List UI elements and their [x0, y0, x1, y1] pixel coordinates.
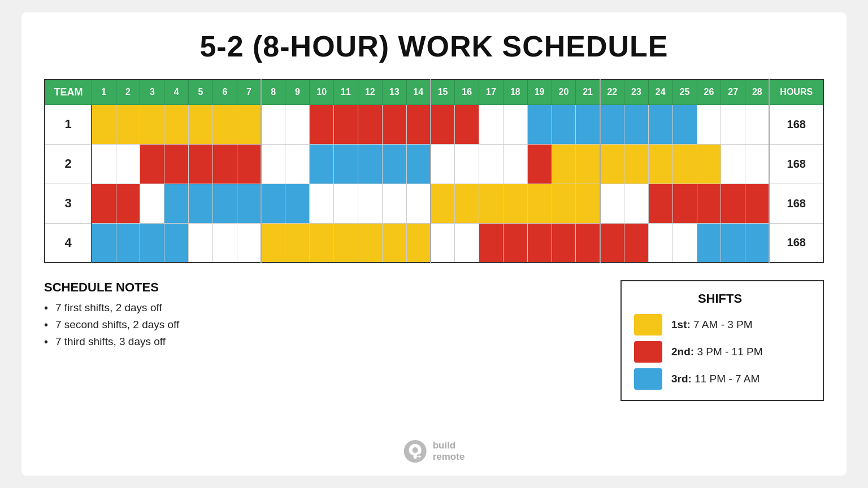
day-cell-row2-day4 [164, 144, 189, 184]
hours-cell-4: 168 [769, 223, 823, 263]
day-cell-row1-day9 [285, 104, 310, 144]
day-header-28: 28 [745, 80, 770, 104]
day-cell-row4-day15 [431, 223, 455, 263]
day-cell-row1-day8 [261, 104, 285, 144]
legend-title: SHIFTS [634, 291, 806, 306]
svg-rect-2 [414, 454, 417, 459]
day-cell-row1-day2 [116, 104, 140, 144]
day-cell-row2-day15 [431, 144, 455, 184]
day-cell-row3-day14 [406, 184, 431, 223]
day-cell-row2-day11 [334, 144, 358, 184]
day-header-15: 15 [431, 80, 455, 104]
day-cell-row4-day12 [358, 223, 382, 263]
day-cell-row4-day14 [406, 223, 431, 263]
table-row: 1168 [45, 104, 823, 144]
legend-item-0: 1st: 7 AM - 3 PM [634, 314, 806, 336]
day-cell-row1-day11 [334, 104, 358, 144]
day-cell-row4-day13 [382, 223, 406, 263]
day-cell-row4-day20 [552, 223, 576, 263]
legend-box: SHIFTS 1st: 7 AM - 3 PM2nd: 3 PM - 11 PM… [620, 280, 824, 401]
day-cell-row3-day18 [503, 184, 527, 223]
day-cell-row2-day9 [285, 144, 310, 184]
hours-cell-2: 168 [769, 144, 823, 184]
legend-swatch-1 [634, 341, 662, 363]
day-cell-row1-day4 [164, 104, 189, 144]
day-cell-row3-day1 [92, 184, 116, 223]
day-header-2: 2 [116, 80, 140, 104]
day-cell-row3-day11 [334, 184, 358, 223]
team-column-header: TEAM [45, 80, 92, 104]
day-cell-row3-day22 [600, 184, 624, 223]
day-cell-row3-day9 [285, 184, 310, 223]
day-cell-row2-day24 [648, 144, 672, 184]
build-remote-icon [403, 439, 427, 463]
day-cell-row2-day1 [92, 144, 116, 184]
day-cell-row2-day21 [576, 144, 600, 184]
legend-item-1: 2nd: 3 PM - 11 PM [634, 341, 806, 363]
team-cell-4: 4 [45, 223, 92, 263]
legend-swatch-2 [634, 368, 662, 390]
day-cell-row1-day21 [576, 104, 600, 144]
hours-cell-3: 168 [769, 184, 823, 223]
day-header-27: 27 [721, 80, 745, 104]
day-header-16: 16 [455, 80, 479, 104]
day-cell-row3-day6 [212, 184, 237, 223]
team-cell-1: 1 [45, 104, 92, 144]
day-cell-row3-day5 [189, 184, 213, 223]
day-cell-row2-day18 [503, 144, 527, 184]
day-cell-row4-day9 [285, 223, 310, 263]
day-cell-row4-day8 [261, 223, 285, 263]
day-header-19: 19 [527, 80, 552, 104]
day-cell-row4-day26 [697, 223, 721, 263]
day-cell-row2-day27 [721, 144, 745, 184]
day-header-8: 8 [261, 80, 285, 104]
day-header-6: 6 [212, 80, 237, 104]
page-title: 5-2 (8-HOUR) WORK SCHEDULE [199, 29, 668, 63]
day-cell-row1-day7 [237, 104, 261, 144]
legend-item-2: 3rd: 11 PM - 7 AM [634, 368, 806, 390]
day-cell-row2-day28 [745, 144, 770, 184]
day-cell-row3-day10 [310, 184, 334, 223]
day-cell-row4-day5 [189, 223, 213, 263]
logo-text: build remote [433, 440, 465, 463]
day-header-20: 20 [552, 80, 576, 104]
day-cell-row3-day7 [237, 184, 261, 223]
day-cell-row3-day12 [358, 184, 382, 223]
day-cell-row3-day24 [648, 184, 672, 223]
day-cell-row2-day6 [212, 144, 237, 184]
day-cell-row1-day14 [406, 104, 431, 144]
day-cell-row1-day16 [455, 104, 479, 144]
day-header-10: 10 [310, 80, 334, 104]
day-cell-row2-day25 [672, 144, 697, 184]
day-cell-row1-day19 [527, 104, 552, 144]
day-cell-row1-day20 [552, 104, 576, 144]
day-cell-row1-day18 [503, 104, 527, 144]
notes-title: SCHEDULE NOTES [44, 280, 620, 295]
day-cell-row4-day18 [503, 223, 527, 263]
day-cell-row1-day17 [479, 104, 504, 144]
day-cell-row1-day25 [672, 104, 697, 144]
logo-area: build remote [403, 439, 465, 463]
day-header-11: 11 [334, 80, 358, 104]
day-cell-row2-day10 [310, 144, 334, 184]
notes-list: 7 first shifts, 2 days off7 second shift… [44, 302, 620, 348]
day-header-13: 13 [382, 80, 406, 104]
day-header-5: 5 [189, 80, 213, 104]
day-cell-row3-day8 [261, 184, 285, 223]
day-cell-row4-day28 [745, 223, 770, 263]
day-cell-row3-day13 [382, 184, 406, 223]
day-cell-row1-day13 [382, 104, 406, 144]
day-header-7: 7 [237, 80, 261, 104]
day-header-17: 17 [479, 80, 504, 104]
day-cell-row2-day22 [600, 144, 624, 184]
hours-cell-1: 168 [769, 104, 823, 144]
day-cell-row1-day15 [431, 104, 455, 144]
legend-text-0: 1st: 7 AM - 3 PM [671, 319, 753, 331]
day-cell-row3-day23 [624, 184, 649, 223]
day-cell-row4-day25 [672, 223, 697, 263]
day-cell-row3-day17 [479, 184, 504, 223]
day-cell-row1-day26 [697, 104, 721, 144]
day-header-18: 18 [503, 80, 527, 104]
day-cell-row1-day5 [189, 104, 213, 144]
day-header-25: 25 [672, 80, 697, 104]
